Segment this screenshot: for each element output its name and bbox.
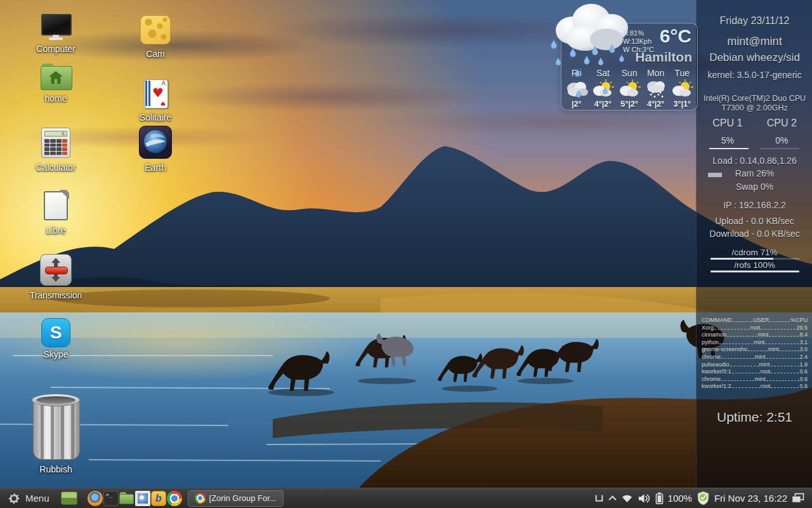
desktop-icon-label: Libre (19, 225, 93, 236)
weather-widget[interactable]: H:81% W:13Kph W Ch:3°C 6°C Hamilton Fri … (561, 23, 698, 110)
conky-cpu1-bar (709, 148, 749, 149)
process-row: gnome-screenshomint3.0 (702, 347, 808, 352)
show-desktop-icon[interactable] (61, 491, 77, 505)
desktop-root: Computer home 0. Calculator Libre Transm… (0, 0, 812, 508)
conky-rofs: /rofs 100% (697, 260, 812, 270)
menu-gear-icon[interactable] (8, 492, 20, 505)
transmission-icon (40, 254, 72, 286)
conky-ram-bar (708, 173, 722, 177)
skype-icon: S (41, 318, 70, 347)
conky-load: Load : 0.14,0.86,1.26 (697, 156, 812, 166)
conky-cpu-model2: T7300 @ 2.00GHz (697, 104, 812, 112)
desktop-icon-home[interactable]: home (19, 64, 93, 104)
conky-cpu2-pct: 0% (755, 135, 809, 145)
desktop-icon-label: Cam (119, 49, 192, 59)
desktop-icon-skype[interactable]: S Skype (19, 318, 93, 359)
window-button-label: [Zorin Group For... (209, 493, 277, 503)
forecast-cell: Tue 3°|1° (669, 68, 695, 109)
clock[interactable]: Fri Nov 23, 16:22 (714, 493, 787, 504)
conky-swap: Swap 0% (697, 182, 812, 192)
desktop-icon-label: Solitaire (119, 112, 192, 123)
desktop-icon-solitaire[interactable]: ♥A♥ Solitaire (119, 79, 192, 123)
b-app-icon[interactable]: b (151, 491, 166, 506)
google-earth-icon (139, 126, 172, 159)
chrome-icon[interactable] (167, 491, 182, 506)
weather-city: Hamilton (635, 50, 692, 65)
chrome-icon (195, 493, 206, 504)
desktop-icon-label: Calculator (19, 163, 93, 173)
desktop-icon-libre[interactable]: Libre (19, 190, 93, 236)
conky-cdrom: /cdrom 71% (697, 248, 812, 257)
desktop-icon-label: Skype (19, 349, 93, 359)
partly-sunny-icon (590, 79, 617, 100)
files-folder-icon[interactable] (119, 491, 134, 506)
weather-current-temp: 6°C (660, 25, 691, 47)
conky-cpu1-pct: 5% (700, 135, 755, 145)
workspace-switcher-icon[interactable] (792, 493, 804, 504)
process-header: COMMAND USER %CPU (702, 318, 808, 323)
calculator-icon: 0. (41, 128, 70, 158)
process-row: kworker/1:2root0.6 (702, 384, 808, 389)
conky-rofs-bar (710, 271, 799, 272)
menu-button[interactable]: Menu (25, 493, 49, 504)
desktop-icon-calculator[interactable]: 0. Calculator (19, 128, 93, 173)
conky-upload: Upload - 0.0 KB/sec (697, 216, 812, 226)
process-row: Xorgroot29.5 (702, 325, 808, 331)
forecast-cell: Sat 4°|2° (590, 68, 617, 109)
firefox-icon[interactable] (88, 491, 103, 506)
forecast-cell: Sun 5°|2° (616, 68, 643, 109)
wifi-icon[interactable] (621, 493, 633, 503)
partly-sunny-icon (616, 79, 643, 100)
libreoffice-icon (41, 190, 71, 221)
stamp-mail-icon[interactable] (135, 491, 150, 506)
weather-humidity: H:81% (623, 29, 654, 37)
taskbar-left: Menu >_ b [Zorin Group For... (0, 490, 284, 507)
computer-icon (41, 14, 71, 39)
taskbar-tray: 100% Fri Nov 23, 16:22 (594, 491, 812, 505)
process-row: chromemint2.4 (702, 354, 808, 360)
desktop-icon-cam[interactable]: Cam (119, 15, 192, 59)
conky-process-list: COMMAND USER %CPU Xorgroot29.5 cinnamonm… (702, 318, 808, 391)
desktop-icon-earth[interactable]: Earth (119, 126, 192, 173)
chevron-up-icon[interactable] (608, 495, 617, 501)
terminal-icon[interactable]: >_ (103, 491, 119, 506)
conky-system-monitor: Friday 23/11/12 mint@mint Debian wheezy/… (696, 0, 812, 488)
partly-sunny-icon (669, 79, 695, 100)
trash-icon (32, 392, 80, 460)
forecast-cell: Fri |2° (563, 68, 590, 109)
snow-shower-icon (643, 79, 669, 100)
conky-date: Friday 23/11/12 (697, 15, 812, 27)
process-row: chromemint0.6 (702, 377, 808, 382)
battery-icon[interactable] (655, 492, 664, 504)
process-row: kworker/0:1root0.6 (702, 369, 808, 375)
conky-cdrom-bar (710, 258, 799, 260)
forecast-cell: Mon 4°|2° (643, 68, 669, 109)
update-shield-icon[interactable] (697, 491, 710, 505)
solitaire-icon: ♥A♥ (141, 79, 170, 108)
cheese-webcam-icon (140, 15, 171, 44)
battery-percent: 100% (668, 493, 692, 504)
home-folder-icon (41, 64, 71, 89)
desktop-icon-rubbish[interactable]: Rubbish (19, 392, 93, 474)
process-row: cinnamonmint8.4 (702, 332, 808, 338)
conky-kernel: kernel: 3.5.0-17-generic (697, 70, 812, 80)
desktop-icon-label: Earth (119, 163, 192, 173)
taskbar: Menu >_ b [Zorin Group For... (0, 488, 812, 508)
volume-icon[interactable] (638, 493, 651, 504)
window-button-zorin-group[interactable]: [Zorin Group For... (188, 490, 284, 507)
cloudy-icon (563, 79, 590, 100)
process-row: pythonmint3.1 (702, 340, 808, 345)
weather-wind: W:13Kph (623, 37, 654, 46)
conky-download: Download - 0.0 KB/sec (697, 229, 812, 239)
desktop-icon-label: Computer (19, 44, 93, 54)
conky-cpu-model: Intel(R) Core(TM)2 Duo CPU (697, 94, 812, 103)
tray-app-window-icon[interactable] (594, 494, 604, 502)
desktop-icon-label: home (19, 93, 93, 104)
desktop-icon-computer[interactable]: Computer (19, 14, 93, 54)
conky-cpu2-bar (760, 148, 799, 149)
conky-ip: IP : 192.168.2.2 (697, 200, 812, 210)
conky-cpu2-label: CPU 2 (755, 117, 809, 129)
desktop-icon-transmission[interactable]: Transmission (19, 254, 93, 300)
conky-uptime: Uptime: 2:51 (697, 410, 812, 425)
process-row: pulseaudiomint1.9 (702, 362, 808, 368)
